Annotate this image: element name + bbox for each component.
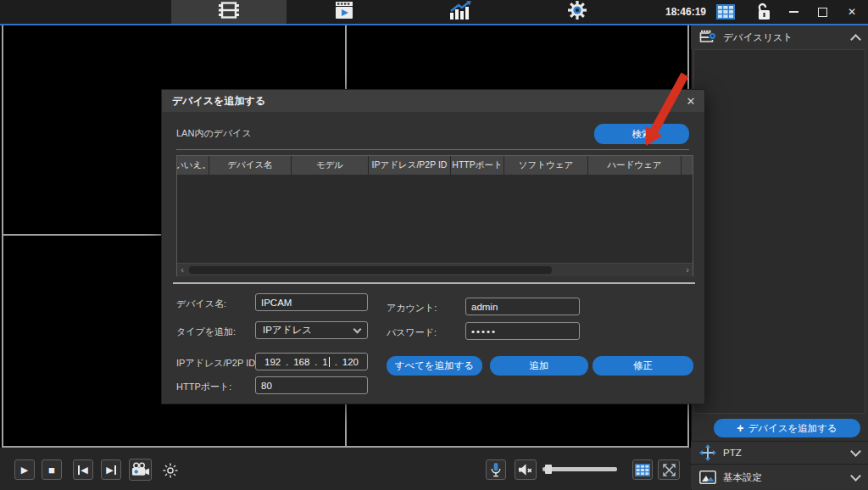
minimize-button[interactable] [783,0,804,24]
ptz-label: PTZ [723,448,742,458]
fullscreen-icon [662,463,676,477]
tab-live-view[interactable] [171,0,287,24]
titlebar-accent-line [0,24,868,25]
scroll-left-arrow[interactable]: ‹ [177,264,187,276]
add-device-button[interactable]: + デバイスを追加する [714,419,860,437]
fullscreen-button[interactable] [658,459,680,480]
next-frame-bar [114,465,116,475]
ip-address-input[interactable]: 192 . 168 . 1 . 120 [255,353,368,370]
horizontal-scrollbar[interactable]: ‹ › [177,263,693,276]
close-icon: ✕ [848,6,856,18]
speaker-mute-icon [518,463,534,476]
octet-dot: . [335,357,337,367]
ip-address-label: IPアドレス/P2P ID: [176,357,258,370]
playback-icon [334,1,354,23]
device-list-icon [699,30,716,45]
titlebar [0,0,868,24]
separator [176,149,689,150]
column-header: いいえ。 [177,156,209,175]
column-header: ソフトウェア [504,156,588,175]
play-icon: ▶ [21,465,28,475]
ptz-icon [699,444,716,461]
mute-button[interactable] [515,459,537,480]
scroll-right-arrow[interactable]: › [682,264,693,276]
smart-client-window: Smart Client [0,0,868,490]
next-frame-button[interactable]: ▶ [101,459,121,480]
microphone-icon [490,462,502,478]
basic-settings-header[interactable]: 基本設定 [691,465,868,489]
ip-octet: 168 [293,357,309,367]
modify-button[interactable]: 修正 [593,356,693,376]
ip-octet: 1 [322,357,327,367]
microphone-button[interactable] [486,459,506,480]
add-device-dialog: デバイスを追加する ✕ LAN内のデバイス 検索 いいえ。 デバイス名 モデル … [161,89,705,404]
grid-view-icon [635,464,650,476]
maximize-icon [818,8,827,17]
tab-playback[interactable] [324,0,364,24]
column-header: ハードウェア [588,156,682,175]
chevron-down-icon [850,471,861,482]
lan-device-table: いいえ。 デバイス名 モデル IPアドレス/P2P ID HTTPポート ソフト… [176,155,693,276]
record-button[interactable] [129,459,152,481]
statistics-icon [448,1,472,23]
color-adjust-button[interactable] [162,462,179,479]
close-button[interactable]: ✕ [841,0,863,24]
octet-dot: . [286,357,288,367]
column-header: デバイス名 [209,156,292,175]
account-input[interactable] [465,298,580,315]
film-strip-icon [218,2,240,22]
lock-icon[interactable] [753,0,775,24]
chevron-up-icon [850,34,861,45]
tab-statistics[interactable] [439,0,481,24]
account-label: アカウント: [387,302,437,315]
grid-view-button[interactable] [632,459,653,480]
brightness-icon [163,463,178,478]
volume-slider-track[interactable] [542,467,617,471]
settings-gear-icon [567,0,587,24]
stop-button[interactable]: ■ [42,459,62,480]
column-header: HTTPポート [451,156,504,175]
add-all-button[interactable]: すべてを追加する [387,356,482,376]
column-header-spacer [682,156,693,175]
volume-slider-thumb[interactable] [545,465,552,474]
minimize-icon [789,11,798,13]
layout-grid-icon[interactable] [715,0,737,24]
next-icon: ▶ [106,465,113,475]
play-button[interactable]: ▶ [14,459,35,480]
device-name-input[interactable] [255,293,368,311]
add-type-select[interactable]: IPアドレス [255,321,368,339]
previous-icon: ◀ [81,465,87,475]
password-input[interactable] [465,322,580,340]
maximize-button[interactable] [812,0,832,24]
octet-dot: . [314,357,317,367]
plus-icon: + [737,421,743,435]
grid-line [2,25,3,446]
dialog-close-button[interactable]: ✕ [677,90,704,112]
prev-frame-bar [78,465,80,475]
scrollbar-thumb[interactable] [189,266,552,274]
ptz-section-header[interactable]: PTZ [691,441,868,465]
device-name-label: デバイス名: [176,298,226,310]
video-camera-icon [131,462,150,477]
search-button[interactable]: 検索 [594,124,689,144]
password-label: パスワード: [387,326,437,339]
column-header: IPアドレス/P2P ID [369,156,451,175]
stop-icon: ■ [48,465,55,476]
http-port-label: HTTPポート: [176,381,231,393]
lan-devices-label: LAN内のデバイス [176,127,252,140]
add-button[interactable]: 追加 [490,356,588,376]
add-type-value: IPアドレス [263,324,312,337]
tab-settings[interactable] [556,0,598,24]
table-body-empty[interactable] [177,175,693,263]
ip-octet: 120 [342,357,359,367]
separator [173,282,695,284]
column-header: モデル [292,156,369,175]
device-list-panel[interactable] [693,49,865,414]
chevron-down-icon [850,446,861,457]
http-port-input[interactable] [255,376,368,394]
device-list-header[interactable]: デバイスリスト [691,25,868,49]
previous-frame-button[interactable]: ◀ [73,459,93,480]
ip-octet: 192 [264,357,281,367]
clock-time: 18:46:19 [661,0,710,24]
image-icon [699,471,716,484]
